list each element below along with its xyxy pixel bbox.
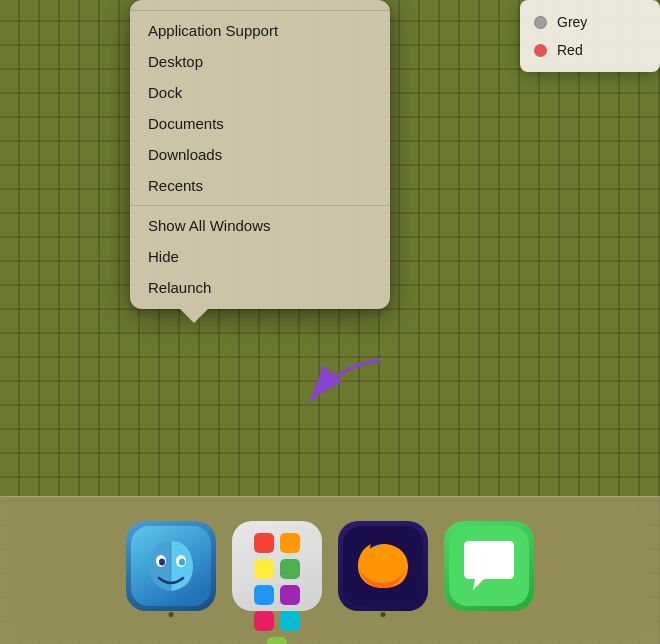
dock — [0, 496, 660, 644]
menu-item-recents[interactable]: Recents — [130, 170, 390, 201]
red-label: Red — [557, 42, 583, 58]
color-item-red[interactable]: Red — [520, 36, 660, 64]
menu-separator-top — [130, 10, 390, 11]
finder-dot — [169, 612, 174, 617]
menu-item-documents[interactable]: Documents — [130, 108, 390, 139]
finder-icon — [126, 521, 216, 611]
dock-item-finder[interactable] — [126, 521, 216, 611]
launchpad-icon — [232, 521, 322, 611]
grey-color-dot — [534, 16, 547, 29]
firefox-dot — [381, 612, 386, 617]
messages-icon — [444, 521, 534, 611]
grey-label: Grey — [557, 14, 587, 30]
svg-point-4 — [159, 558, 165, 565]
dock-item-firefox[interactable] — [338, 521, 428, 611]
dock-item-messages[interactable] — [444, 521, 534, 611]
context-menu: Application Support Desktop Dock Documen… — [130, 0, 390, 309]
menu-item-hide[interactable]: Hide — [130, 241, 390, 272]
firefox-icon — [338, 521, 428, 611]
menu-separator-middle — [130, 205, 390, 206]
color-picker-panel: Grey Red — [520, 0, 660, 72]
svg-point-5 — [179, 558, 185, 565]
menu-item-dock[interactable]: Dock — [130, 77, 390, 108]
menu-item-desktop[interactable]: Desktop — [130, 46, 390, 77]
menu-item-downloads[interactable]: Downloads — [130, 139, 390, 170]
dock-item-launchpad[interactable] — [232, 521, 322, 611]
menu-item-application-support[interactable]: Application Support — [130, 15, 390, 46]
menu-item-show-all-windows[interactable]: Show All Windows — [130, 210, 390, 241]
red-color-dot — [534, 44, 547, 57]
menu-item-relaunch[interactable]: Relaunch — [130, 272, 390, 303]
color-item-grey[interactable]: Grey — [520, 8, 660, 36]
